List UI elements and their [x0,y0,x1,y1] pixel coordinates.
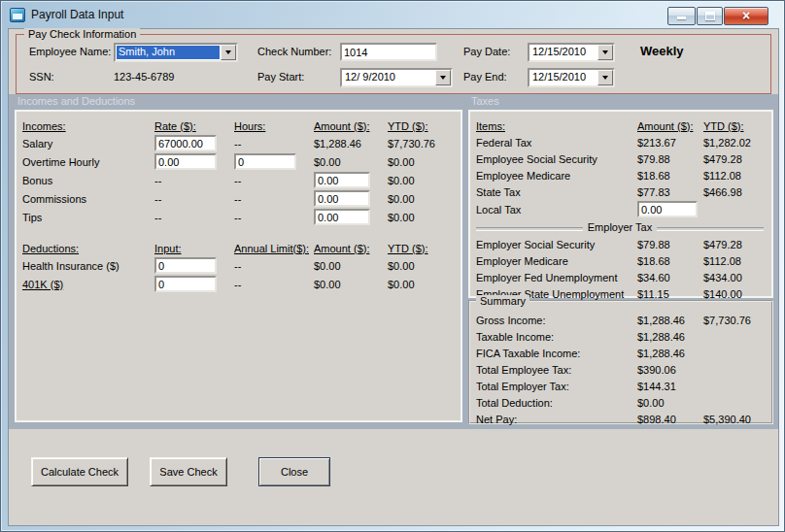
summary-amount: $0.00 [637,397,703,409]
tips-amount-input[interactable] [314,209,370,225]
tax-amount: $18.68 [637,170,703,182]
health-insurance-amount: $0.00 [314,260,388,272]
app-icon [10,8,25,22]
health-insurance-limit: -- [234,260,314,272]
pay-date-picker[interactable]: 12/15/2010 [528,43,615,62]
local-tax-row: Local Tax [476,200,771,218]
tips-row: Tips -- -- $0.00 [22,208,461,226]
total-deduction-row: Total Deduction: $0.00 [476,394,771,411]
tax-label: Employee Social Security [476,153,637,165]
close-button[interactable]: Close [258,457,330,486]
overtime-ytd: $0.00 [388,156,461,168]
employee-name-combobox[interactable]: Smith, John [114,43,238,62]
deductions-col-header: Deductions: [22,243,154,254]
pay-start-picker[interactable]: 12/ 9/2010 [340,68,453,87]
caption-buttons: × [666,7,768,25]
tax-ytd: $112.08 [703,255,771,267]
fica-taxable-income-row: FICA Taxable Income: $1,288.46 [476,345,771,361]
ssn-label: SSN: [29,71,54,83]
pay-start-dropdown-button[interactable] [435,70,451,85]
minimize-icon [677,17,686,19]
items-col-header: Items: [476,120,637,132]
tax-label: Employer Medicare [476,255,637,267]
401k-row: 401K ($) -- $0.00 $0.00 [22,275,461,293]
employee-combo-dropdown-button[interactable] [221,45,236,60]
save-check-button[interactable]: Save Check [150,457,227,486]
summary-ytd: $5,390.40 [703,414,771,425]
calculate-check-button[interactable]: Calculate Check [31,457,128,486]
check-number-label: Check Number: [257,46,331,57]
summary-label: FICA Taxable Income: [476,348,637,359]
overtime-rate-input[interactable] [154,153,217,170]
salary-hours: -- [234,138,314,150]
titlebar[interactable]: Payroll Data Input × [1,1,784,28]
federal-tax-row: Federal Tax $213.67 $1,282.02 [476,134,771,150]
incomes-col-header: Incomes: [22,120,154,132]
window-title: Payroll Data Input [31,8,123,21]
summary-amount: $1,288.46 [637,331,703,343]
401k-limit: -- [234,279,314,290]
tax-ytd: $112.08 [703,170,771,182]
tax-amount-col-header: Amount ($): [637,120,703,132]
employee-medicare-row: Employee Medicare $18.68 $112.08 [476,167,771,183]
employer-tax-divider: Employer Tax [476,218,764,236]
pay-end-label: Pay End: [463,71,507,83]
health-insurance-input[interactable] [154,257,217,274]
employer-medicare-row: Employer Medicare $18.68 $112.08 [476,252,771,269]
pay-end-dropdown-button[interactable] [597,70,613,85]
tax-label: Employer Fed Unemployment [476,272,637,283]
health-insurance-ytd: $0.00 [388,260,461,272]
tax-ytd: $466.98 [703,186,771,198]
paycheck-group-label: Pay Check Information [24,28,140,40]
salary-rate-input[interactable] [154,135,217,151]
sections-band: Incomes and Deductions Taxes Incomes: Ra… [9,94,778,429]
employer-ss-row: Employer Social Security $79.88 $479.28 [476,236,771,252]
pay-frequency-label: Weekly [640,44,684,58]
tips-rate: -- [154,212,234,223]
taxes-panel: Items: Amount ($): YTD ($): Federal Tax … [468,110,773,298]
summary-label: Total Deduction: [476,397,637,409]
tax-label: Employee Medicare [476,170,637,182]
401k-input[interactable] [154,276,217,292]
summary-group-label: Summary [476,295,529,307]
summary-ytd: $7,730.76 [703,315,771,326]
health-insurance-row: Health Insurance ($) -- $0.00 $0.00 [22,256,461,275]
commissions-rate: -- [154,193,234,205]
employee-name-label: Employee Name: [29,46,111,57]
deduction-ytd-col-header: YTD ($): [388,243,461,254]
pay-end-value: 12/15/2010 [529,70,597,85]
tips-ytd: $0.00 [388,212,461,223]
maximize-icon [705,12,715,20]
rate-col-header: Rate ($): [154,120,234,132]
maximize-button[interactable] [697,7,723,25]
input-col-header: Input: [154,243,234,254]
salary-ytd: $7,730.76 [388,138,461,150]
close-window-button[interactable]: × [724,7,768,25]
summary-label: Taxable Income: [476,331,637,343]
bonus-rate: -- [154,175,234,186]
tax-ytd: $140.00 [703,288,771,300]
pay-start-value: 12/ 9/2010 [342,70,435,85]
close-icon: × [742,9,750,22]
summary-amount: $390.06 [637,364,703,376]
commissions-amount-input[interactable] [314,190,370,207]
summary-label: Net Pay: [476,414,637,425]
tax-ytd: $479.28 [703,239,771,250]
deductions-header-row: Deductions: Input: Annual Limit($): Amou… [22,240,461,256]
amount-col-header: Amount ($): [314,120,388,132]
bonus-amount-input[interactable] [314,172,370,188]
pay-date-label: Pay Date: [463,46,510,57]
local-tax-label: Local Tax [476,204,637,216]
pay-date-dropdown-button[interactable] [597,45,613,60]
overtime-hours-input[interactable] [234,153,296,170]
employer-fed-unemployment-row: Employer Fed Unemployment $34.60 $434.00 [476,269,771,285]
state-tax-row: State Tax $77.83 $466.98 [476,183,771,200]
overtime-label: Overtime Hourly [22,156,154,168]
minimize-button[interactable] [667,7,696,25]
check-number-input[interactable] [340,43,437,61]
pay-end-picker[interactable]: 12/15/2010 [528,68,615,87]
tips-hours: -- [234,212,314,223]
summary-group: Summary Gross Income: $1,288.46 $7,730.7… [468,300,773,424]
local-tax-input[interactable] [637,201,698,217]
tax-amount: $77.83 [637,186,703,198]
